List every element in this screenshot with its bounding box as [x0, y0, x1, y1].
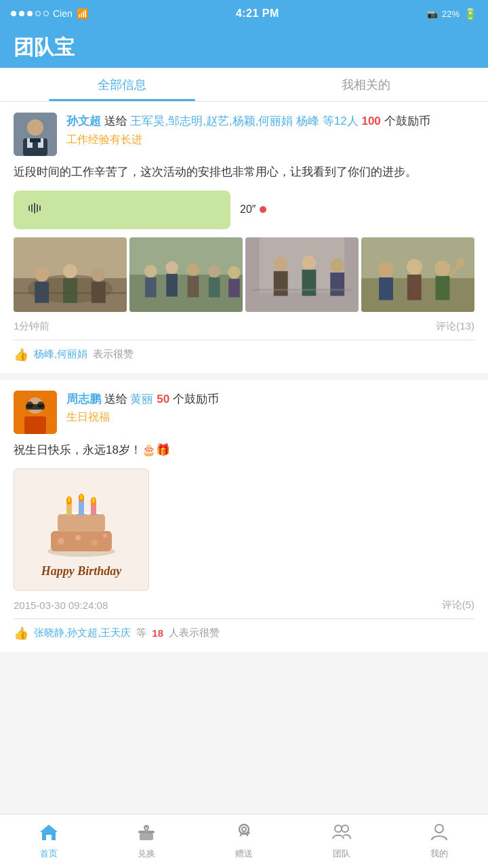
post-1-header: 孙文超 送给 王军昊,邹志明,赵艺,杨颖,何丽娟 杨峰 等12人 100 个鼓励…	[14, 113, 474, 156]
svg-rect-42	[407, 275, 422, 300]
like-icon-2: 👍	[14, 626, 28, 641]
svg-point-22	[187, 263, 200, 276]
svg-point-65	[68, 497, 70, 502]
svg-rect-15	[14, 292, 127, 294]
svg-rect-40	[379, 277, 393, 300]
post-2-timestamp: 2015-03-30 09:24:08	[14, 599, 108, 611]
post-1-coin-label: 个鼓励币	[384, 115, 430, 127]
post-1-footer: 1分钟前 评论(13)	[14, 320, 474, 333]
svg-point-41	[407, 259, 422, 275]
post-2-like-users: 张晓静,孙文超,王天庆	[34, 627, 131, 639]
post-1-voice[interactable]: 20″	[14, 191, 474, 229]
battery-icon: 🔋	[464, 7, 477, 20]
divider-1	[14, 340, 474, 340]
nav-home-label: 首页	[40, 848, 58, 860]
dot2	[19, 11, 24, 16]
svg-point-55	[58, 538, 64, 545]
tab-all[interactable]: 全部信息	[0, 68, 244, 101]
nav-home[interactable]: 首页	[0, 814, 98, 868]
svg-point-30	[274, 257, 288, 271]
dot1	[11, 11, 16, 16]
nav-mine[interactable]: 我的	[390, 814, 488, 868]
post-1-images	[14, 237, 474, 312]
svg-rect-44	[436, 276, 450, 300]
svg-point-46	[456, 258, 465, 267]
meeting-image-3[interactable]	[245, 237, 359, 312]
svg-point-74	[242, 827, 246, 831]
post-1-action-word: 送给	[104, 115, 131, 127]
post-1-like-users: 杨峰,何丽娟	[34, 348, 87, 361]
svg-point-13	[92, 267, 106, 281]
post-2-footer: 2015-03-30 09:24:08 评论(5)	[14, 599, 474, 612]
svg-point-24	[208, 264, 221, 277]
svg-rect-5	[30, 138, 41, 142]
voice-duration: 20″	[240, 203, 266, 216]
post-2-action-word: 送给	[104, 393, 131, 406]
voice-bubble[interactable]	[14, 191, 230, 229]
tab-bar: 全部信息 我相关的	[0, 68, 488, 102]
status-left: Cien 📶	[11, 8, 88, 19]
meeting-image-4[interactable]	[361, 237, 474, 312]
carrier-label: Cien	[53, 8, 73, 19]
bluetooth-icon: 📷	[427, 9, 438, 19]
post-2-action: 周志鹏 送给 黄丽 50 个鼓励币	[66, 391, 474, 408]
nav-send-label: 赠送	[235, 848, 253, 860]
nav-send[interactable]: 赠送	[195, 814, 293, 868]
meeting-image-2[interactable]	[129, 237, 243, 312]
svg-rect-33	[302, 270, 317, 296]
post-2-body: 祝生日快乐，永远18岁！🎂🎁	[14, 441, 474, 460]
app-title: 团队宝	[14, 34, 75, 62]
nav-team-label: 团队	[333, 848, 350, 860]
post-2-header: 周志鹏 送给 黄丽 50 个鼓励币 生日祝福	[14, 391, 474, 434]
post-2-tag: 生日祝福	[66, 410, 474, 425]
divider-2	[14, 618, 474, 619]
svg-rect-49	[24, 416, 46, 434]
post-1-sender: 孙文超	[66, 115, 101, 127]
svg-point-18	[144, 264, 157, 277]
post-2: 周志鹏 送给 黄丽 50 个鼓励币 生日祝福 祝生日快乐，永远18岁！🎂🎁	[0, 380, 488, 652]
nav-team[interactable]: 团队	[293, 814, 390, 868]
svg-rect-27	[228, 279, 240, 297]
svg-point-11	[63, 264, 77, 278]
feed: 孙文超 送给 王军昊,邹志明,赵艺,杨颖,何丽娟 杨峰 等12人 100 个鼓励…	[0, 102, 488, 713]
post-1-like-suffix: 表示很赞	[93, 348, 134, 361]
nav-exchange-label: 兑换	[138, 848, 155, 860]
svg-point-52	[37, 401, 44, 408]
svg-point-43	[435, 260, 451, 276]
post-2-recipients: 黄丽	[130, 393, 153, 406]
svg-rect-31	[274, 271, 288, 296]
voice-time: 20″	[240, 203, 256, 216]
svg-point-20	[165, 261, 178, 274]
post-1-timestamp: 1分钟前	[14, 320, 49, 333]
bottom-nav: 首页 兑换 赠送	[0, 814, 488, 868]
post-1-comment-link[interactable]: 评论(13)	[436, 320, 474, 333]
svg-rect-25	[209, 277, 220, 297]
post-2-sender: 周志鹏	[66, 393, 101, 406]
post-1-tag: 工作经验有长进	[66, 133, 474, 147]
svg-rect-19	[145, 277, 157, 297]
status-bar: Cien 📶 4:21 PM 📷 22% 🔋	[0, 0, 488, 27]
post-1-avatar	[14, 113, 57, 156]
svg-point-67	[80, 494, 83, 500]
svg-point-76	[342, 825, 348, 832]
dot5	[43, 11, 49, 16]
nav-exchange[interactable]: 兑换	[98, 814, 195, 868]
post-1-recipients: 王军昊,邹志明,赵艺,杨颖,何丽娟 杨峰 等12人	[130, 115, 358, 127]
app-header: 团队宝	[0, 27, 488, 68]
battery-label: 22%	[442, 9, 460, 19]
post-2-comment-link[interactable]: 评论(5)	[442, 599, 474, 612]
wifi-icon: 📶	[77, 8, 88, 19]
svg-point-1	[27, 119, 43, 136]
svg-point-56	[75, 535, 81, 540]
svg-point-75	[335, 825, 342, 832]
tab-mine[interactable]: 我相关的	[244, 68, 488, 101]
post-1-coin-count: 100	[361, 115, 384, 127]
svg-rect-12	[63, 278, 77, 303]
svg-rect-60	[58, 514, 105, 532]
post-1: 孙文超 送给 王军昊,邹志明,赵艺,杨颖,何丽娟 杨峰 等12人 100 个鼓励…	[0, 102, 488, 373]
send-icon	[234, 823, 254, 845]
meeting-image-1[interactable]	[14, 237, 127, 312]
happy-birthday-label: Happy Birthday	[41, 564, 122, 578]
post-1-likes: 👍 杨峰,何丽娟 表示很赞	[14, 347, 474, 362]
status-right: 📷 22% 🔋	[427, 7, 477, 20]
